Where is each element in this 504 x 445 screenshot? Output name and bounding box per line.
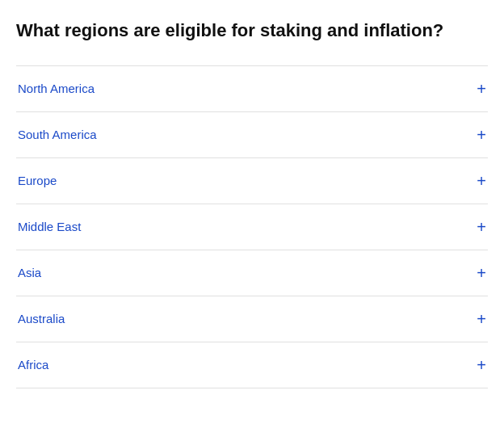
accordion-item-middle-east[interactable]: Middle East+ bbox=[16, 204, 488, 250]
accordion-item-north-america[interactable]: North America+ bbox=[16, 66, 488, 112]
accordion-label-middle-east: Middle East bbox=[18, 220, 81, 233]
expand-icon-middle-east[interactable]: + bbox=[477, 219, 486, 235]
expand-icon-africa[interactable]: + bbox=[477, 357, 486, 373]
accordion-label-north-america: North America bbox=[18, 82, 94, 95]
page-title: What regions are eligible for staking an… bbox=[16, 19, 488, 43]
accordion-list: North America+South America+Europe+Middl… bbox=[16, 65, 488, 388]
expand-icon-south-america[interactable]: + bbox=[477, 127, 486, 143]
accordion-label-africa: Africa bbox=[18, 358, 48, 372]
accordion-label-europe: Europe bbox=[18, 174, 57, 187]
expand-icon-north-america[interactable]: + bbox=[477, 81, 486, 97]
accordion-item-africa[interactable]: Africa+ bbox=[16, 342, 488, 388]
accordion-item-asia[interactable]: Asia+ bbox=[16, 250, 488, 296]
accordion-item-australia[interactable]: Australia+ bbox=[16, 296, 488, 342]
expand-icon-asia[interactable]: + bbox=[477, 265, 486, 281]
accordion-label-asia: Asia bbox=[18, 266, 41, 279]
accordion-label-south-america: South America bbox=[18, 128, 97, 141]
accordion-label-australia: Australia bbox=[18, 312, 65, 325]
accordion-item-europe[interactable]: Europe+ bbox=[16, 158, 488, 204]
expand-icon-europe[interactable]: + bbox=[477, 173, 486, 189]
accordion-item-south-america[interactable]: South America+ bbox=[16, 112, 488, 158]
expand-icon-australia[interactable]: + bbox=[477, 311, 486, 327]
